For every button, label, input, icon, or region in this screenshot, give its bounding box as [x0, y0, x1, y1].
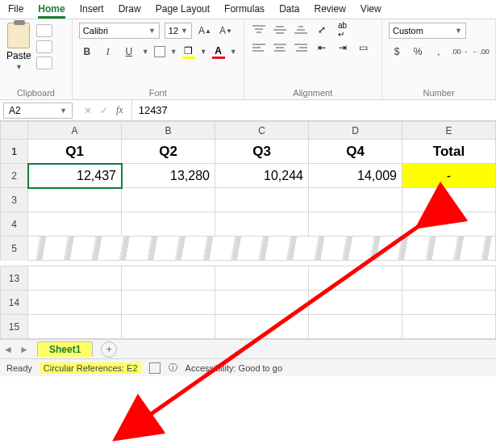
col-header-c[interactable]: C — [215, 122, 309, 140]
cell-d2[interactable]: 14,009 — [309, 164, 402, 188]
col-header-e[interactable]: E — [402, 122, 496, 140]
cell[interactable] — [28, 266, 122, 291]
row-header-1[interactable]: 1 — [1, 140, 28, 164]
cell[interactable] — [215, 315, 309, 339]
fx-icon[interactable]: fx — [116, 104, 123, 116]
increase-font-icon[interactable]: A▲ — [197, 23, 213, 39]
cell[interactable] — [215, 212, 309, 237]
increase-decimal-button[interactable]: .00→ — [452, 44, 468, 60]
cell[interactable] — [309, 188, 402, 212]
tab-insert[interactable]: Insert — [80, 3, 104, 16]
cell[interactable] — [28, 315, 122, 339]
name-box[interactable]: A2▼ — [3, 103, 73, 119]
currency-button[interactable]: $ — [389, 44, 405, 60]
row-header-13[interactable]: 13 — [1, 266, 28, 291]
cell[interactable] — [402, 266, 496, 291]
cell[interactable] — [402, 291, 496, 315]
cell[interactable] — [402, 212, 496, 237]
cell[interactable] — [122, 315, 215, 339]
spreadsheet-grid[interactable]: A B C D E 1 Q1 Q2 Q3 Q4 Total 2 12,437 1… — [0, 121, 496, 339]
cell-b2[interactable]: 13,280 — [122, 164, 215, 188]
bold-button[interactable]: B — [79, 44, 95, 60]
italic-button[interactable]: I — [100, 44, 116, 60]
increase-indent-button[interactable]: ⇥ — [335, 40, 351, 55]
cell[interactable] — [402, 188, 496, 212]
col-header-a[interactable]: A — [28, 122, 122, 140]
cell[interactable] — [28, 188, 122, 212]
chevron-down-icon[interactable]: ▼ — [170, 48, 177, 56]
cell[interactable] — [309, 212, 402, 237]
cut-button[interactable] — [36, 24, 52, 37]
font-color-button[interactable]: A — [212, 45, 225, 59]
fill-color-button[interactable]: ❒ — [182, 45, 195, 59]
accessibility-icon[interactable]: ⓘ — [169, 362, 177, 374]
tab-review[interactable]: Review — [314, 3, 345, 16]
paste-button[interactable]: Paste ▼ — [6, 23, 31, 71]
font-size-select[interactable]: 12▼ — [165, 23, 192, 39]
row-header-5[interactable]: 5 — [1, 237, 28, 261]
borders-button[interactable] — [154, 46, 165, 57]
row-header-3[interactable]: 3 — [1, 188, 28, 212]
cell-a1[interactable]: Q1 — [28, 140, 122, 164]
enter-icon[interactable]: ✓ — [100, 105, 108, 116]
sheet-nav-prev[interactable]: ◄ — [0, 344, 16, 355]
tab-data[interactable]: Data — [279, 3, 299, 16]
cell[interactable] — [309, 315, 402, 339]
tab-page-layout[interactable]: Page Layout — [156, 3, 210, 16]
cell-b1[interactable]: Q2 — [122, 140, 215, 164]
row-header-15[interactable]: 15 — [1, 315, 28, 339]
font-name-select[interactable]: Calibri▼ — [79, 23, 160, 39]
percent-button[interactable]: % — [410, 44, 426, 60]
tab-view[interactable]: View — [361, 3, 381, 16]
align-center-button[interactable] — [272, 40, 288, 55]
cell[interactable] — [215, 291, 309, 315]
cell-e1[interactable]: Total — [402, 140, 496, 164]
macro-record-icon[interactable] — [149, 362, 160, 374]
align-bottom-button[interactable] — [293, 23, 309, 37]
cell[interactable] — [28, 212, 122, 237]
cell[interactable] — [122, 266, 215, 291]
chevron-down-icon[interactable]: ▼ — [230, 48, 237, 56]
cell[interactable] — [122, 291, 215, 315]
decrease-indent-button[interactable]: ⇤ — [314, 40, 330, 55]
cell-e2[interactable]: - — [402, 164, 496, 188]
comma-button[interactable]: , — [431, 44, 447, 60]
row-header-4[interactable]: 4 — [1, 212, 28, 237]
cell-c2[interactable]: 10,244 — [215, 164, 309, 188]
status-circular-reference[interactable]: Circular References: E2 — [40, 362, 141, 374]
cell[interactable] — [309, 266, 402, 291]
row-header-14[interactable]: 14 — [1, 291, 28, 315]
align-left-button[interactable] — [251, 40, 267, 55]
cell[interactable] — [28, 291, 122, 315]
sheet-tab-sheet1[interactable]: Sheet1 — [37, 341, 93, 357]
row-header-2[interactable]: 2 — [1, 164, 28, 188]
sheet-nav-next[interactable]: ► — [16, 344, 32, 355]
tab-home[interactable]: Home — [38, 3, 65, 19]
add-sheet-button[interactable]: + — [101, 341, 117, 358]
cell-c1[interactable]: Q3 — [215, 140, 309, 164]
cell[interactable] — [215, 188, 309, 212]
chevron-down-icon[interactable]: ▼ — [142, 48, 149, 56]
orientation-button[interactable]: ⤢ — [314, 23, 330, 37]
align-right-button[interactable] — [293, 40, 309, 55]
select-all-corner[interactable] — [1, 122, 28, 140]
copy-button[interactable] — [36, 40, 52, 53]
underline-button[interactable]: U — [121, 44, 137, 60]
cell[interactable] — [402, 315, 496, 339]
tab-file[interactable]: File — [8, 3, 23, 16]
col-header-d[interactable]: D — [309, 122, 402, 140]
decrease-font-icon[interactable]: A▼ — [218, 23, 234, 39]
cell-a2[interactable]: 12,437 — [28, 164, 122, 188]
cancel-icon[interactable]: ✕ — [84, 105, 92, 116]
format-painter-button[interactable] — [36, 57, 52, 69]
align-middle-button[interactable] — [272, 23, 288, 37]
cell[interactable] — [309, 291, 402, 315]
tab-draw[interactable]: Draw — [119, 3, 141, 16]
merge-button[interactable]: ▭ — [356, 40, 372, 55]
number-format-select[interactable]: Custom▼ — [389, 23, 466, 39]
cell[interactable] — [215, 266, 309, 291]
wrap-text-button[interactable]: ab↵ — [335, 23, 351, 37]
col-header-b[interactable]: B — [122, 122, 215, 140]
decrease-decimal-button[interactable]: ←.00 — [473, 44, 489, 60]
cell-d1[interactable]: Q4 — [309, 140, 402, 164]
